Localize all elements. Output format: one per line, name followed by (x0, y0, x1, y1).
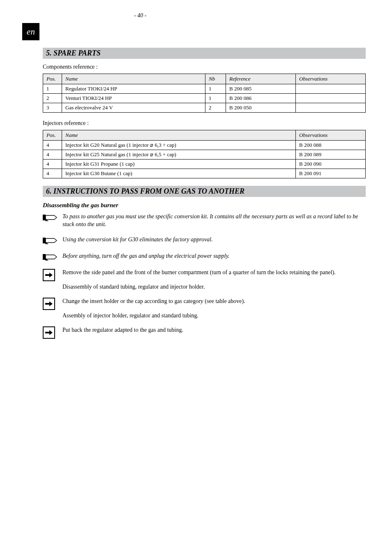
cell-name: Injector kit G20 Natural gas (1 injector… (62, 141, 296, 150)
cell-pos: 4 (43, 169, 62, 178)
language-tab: en (22, 23, 39, 40)
cell-obs: B 200 090 (296, 160, 366, 169)
pointing-hand-icon (43, 213, 58, 222)
section-spare-parts: 5. SPARE PARTS Components reference : Po… (43, 48, 366, 339)
th-name: Name (62, 130, 296, 141)
th-name: Name (62, 74, 205, 84)
cell-name: Regulator TIOKI/24 HP (62, 84, 205, 94)
th-pos: Pos. (43, 74, 62, 84)
svg-rect-2 (43, 254, 46, 260)
note-item: To pass to another gas you must use the … (43, 213, 366, 229)
note-text: To pass to another gas you must use the … (62, 213, 366, 229)
page-root: en - 40 - 5. SPARE PARTS Components refe… (0, 0, 392, 358)
cell-obs (296, 94, 366, 103)
th-nb: Nb (205, 74, 226, 84)
note-text: Before anything, turn off the gas and un… (62, 252, 366, 260)
cell-pos: 4 (43, 160, 62, 169)
cell-name: Venturi TIOKI/24 HP (62, 94, 205, 103)
step-text: Put back the regulator adapted to the ga… (62, 326, 366, 334)
th-obs: Observations (296, 74, 366, 84)
table-row: 4 Injector kit G31 Propane (1 cap) B 200… (43, 160, 366, 169)
th-obs: Observations (296, 130, 366, 141)
table-row: 1 Regulator TIOKI/24 HP 1 B 200 085 (43, 84, 366, 94)
cell-pos: 4 (43, 150, 62, 160)
pointing-hand-icon (43, 252, 58, 261)
cell-pos: 4 (43, 141, 62, 150)
table-row: 2 Venturi TIOKI/24 HP 1 B 200 086 (43, 94, 366, 103)
note-item: Before anything, turn off the gas and un… (43, 252, 366, 261)
table-row: 4 Injector kit G30 Butane (1 cap) B 200 … (43, 169, 366, 178)
table-row: 3 Gas electrovalve 24 V 2 B 200 050 (43, 103, 366, 113)
note-item: Using the conversion kit for G30 elimina… (43, 236, 366, 245)
cell-obs: B 200 089 (296, 150, 366, 160)
step-item: Put back the regulator adapted to the ga… (43, 326, 366, 339)
cell-name: Injector kit G25 Natural gas (1 injector… (62, 150, 296, 160)
cell-obs (296, 103, 366, 113)
cell-obs: B 200 088 (296, 141, 366, 150)
injectors-intro: Injectors reference : (43, 120, 366, 127)
table-row: 4 Injector kit G25 Natural gas (1 inject… (43, 150, 366, 160)
cell-name: Injector kit G31 Propane (1 cap) (62, 160, 296, 169)
cell-obs: B 200 091 (296, 169, 366, 178)
injectors-table-head: Pos. Name Observations (43, 130, 366, 141)
arrow-box-icon (43, 269, 58, 281)
step-subtext: Disassembly of standard tubing, regulato… (62, 284, 366, 290)
svg-rect-1 (43, 238, 46, 243)
cell-pos: 2 (43, 94, 62, 103)
language-code: en (27, 27, 35, 37)
cell-pos: 3 (43, 103, 62, 113)
cell-pos: 1 (43, 84, 62, 94)
components-table: Pos. Name Nb Reference Observations 1 Re… (43, 74, 366, 113)
arrow-box-icon (43, 298, 58, 310)
components-table-head: Pos. Name Nb Reference Observations (43, 74, 366, 84)
pointing-hand-icon (43, 236, 58, 245)
cell-nb: 1 (205, 94, 226, 103)
cell-ref: B 200 050 (226, 103, 296, 113)
table-row: 4 Injector kit G20 Natural gas (1 inject… (43, 141, 366, 150)
arrow-box-icon (43, 326, 58, 339)
cell-name: Injector kit G30 Butane (1 cap) (62, 169, 296, 178)
section-6-title: 6. INSTRUCTIONS TO PASS FROM ONE GAS TO … (43, 186, 366, 197)
cell-nb: 1 (205, 84, 226, 94)
cell-obs (296, 84, 366, 94)
injectors-table: Pos. Name Observations 4 Injector kit G2… (43, 130, 366, 178)
components-intro: Components reference : (43, 64, 366, 70)
step-item: Remove the side panel and the front of t… (43, 269, 366, 281)
page-number: - 40 - (134, 12, 146, 19)
svg-rect-0 (43, 215, 46, 220)
cell-ref: B 200 085 (226, 84, 296, 94)
instructions-heading: Disassembling the gas burner (43, 202, 366, 209)
cell-name: Gas electrovalve 24 V (62, 103, 205, 113)
step-subtext: Assembly of injector holder, regulator a… (62, 312, 366, 319)
th-pos: Pos. (43, 130, 62, 141)
cell-ref: B 200 086 (226, 94, 296, 103)
table-header-row: Pos. Name Observations (43, 130, 366, 141)
step-item: Change the insert holder or the cap acco… (43, 298, 366, 310)
th-ref: Reference (226, 74, 296, 84)
step-text: Remove the side panel and the front of t… (62, 269, 366, 277)
cell-nb: 2 (205, 103, 226, 113)
section-5-title: 5. SPARE PARTS (43, 48, 366, 59)
table-header-row: Pos. Name Nb Reference Observations (43, 74, 366, 84)
step-text: Change the insert holder or the cap acco… (62, 298, 366, 305)
note-text: Using the conversion kit for G30 elimina… (62, 236, 366, 244)
